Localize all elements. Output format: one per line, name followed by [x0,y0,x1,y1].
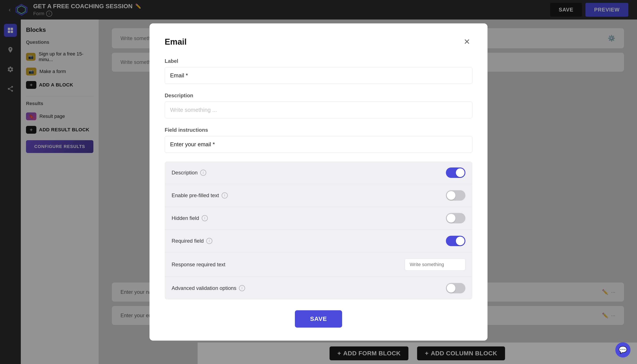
description-toggle[interactable] [446,168,466,178]
toggle-label-description: Description i [172,170,206,176]
hidden-toggle-knob [447,214,456,222]
modal-close-button[interactable]: ✕ [462,36,472,47]
description-toggle-info-icon[interactable]: i [200,170,206,176]
modal-header: Email ✕ [165,36,472,47]
prefilled-toggle-info-icon[interactable]: i [222,192,228,198]
advanced-toggle-knob [447,284,456,292]
hidden-toggle-info-icon[interactable]: i [202,215,208,221]
chat-bubble-button[interactable]: 💬 [615,342,630,358]
response-required-text-input[interactable] [405,258,466,270]
required-toggle-knob [456,236,464,245]
toggle-label-advanced: Advanced validation options i [172,285,245,291]
hidden-toggle[interactable] [446,213,466,224]
advanced-toggle[interactable] [446,283,466,293]
prefilled-toggle[interactable] [446,190,466,201]
modal-title: Email [165,37,186,46]
toggle-row-required: Required field i [165,230,472,252]
toggle-row-response-text: Response required text [165,252,472,277]
required-toggle[interactable] [446,236,466,246]
label-form-group: Label [165,58,472,84]
email-modal: Email ✕ Label Description Field instruct… [150,24,488,340]
label-field-label: Label [165,58,472,64]
field-instructions-input[interactable] [165,136,472,153]
modal-overlay: Email ✕ Label Description Field instruct… [0,0,637,364]
description-toggle-knob [456,168,464,177]
required-toggle-info-icon[interactable]: i [206,238,212,244]
toggle-label-prefilled: Enable pre-filled text i [172,192,228,198]
toggle-label-hidden: Hidden field i [172,215,208,221]
toggle-row-prefilled: Enable pre-filled text i [165,184,472,207]
description-field-label: Description [165,92,472,98]
toggle-label-response-text: Response required text [172,262,225,268]
label-field-input[interactable] [165,67,472,84]
modal-save-button[interactable]: SAVE [295,310,342,328]
description-form-group: Description [165,92,472,118]
advanced-toggle-info-icon[interactable]: i [239,285,245,291]
toggles-section: Description i Enable pre-filled text i [165,162,472,300]
toggle-label-required: Required field i [172,238,212,244]
toggle-row-hidden: Hidden field i [165,207,472,230]
toggle-row-description: Description i [165,162,472,184]
field-instructions-form-group: Field instructions [165,127,472,153]
toggle-row-advanced: Advanced validation options i [165,277,472,300]
field-instructions-label: Field instructions [165,127,472,133]
description-field-input[interactable] [165,102,472,118]
prefilled-toggle-knob [447,191,456,200]
